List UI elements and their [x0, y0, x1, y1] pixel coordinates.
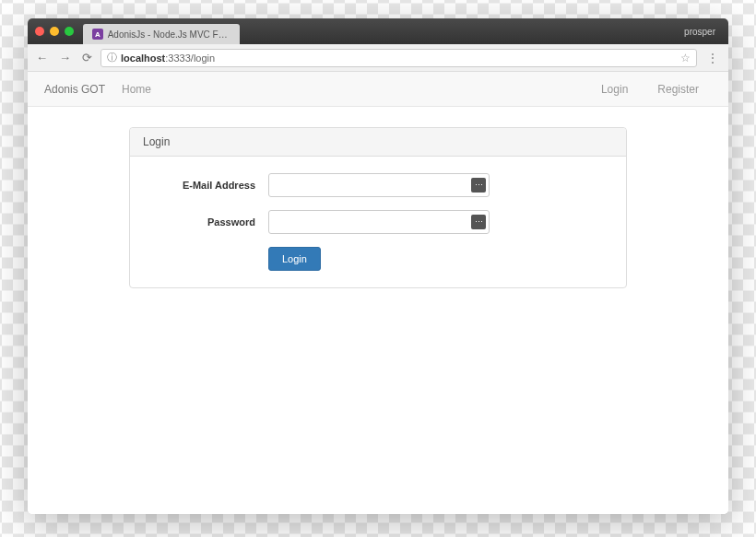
nav-right: Login Register: [601, 83, 712, 96]
password-label: Password: [148, 216, 268, 228]
email-row: E-Mail Address ⋯: [148, 173, 608, 197]
minimize-icon[interactable]: [50, 27, 59, 36]
back-icon[interactable]: ←: [33, 51, 51, 64]
app-navbar: Adonis GOT Home Login Register: [28, 72, 728, 107]
window-controls: [35, 27, 74, 36]
password-field[interactable]: [268, 210, 490, 234]
viewport: Adonis GOT Home Login Register Login E-M…: [28, 72, 728, 514]
email-label: E-Mail Address: [148, 180, 268, 191]
forward-icon[interactable]: →: [56, 51, 74, 64]
autofill-icon[interactable]: ⋯: [471, 215, 486, 229]
tab-bar: A AdonisJs - Node.Js MVC Fram prosper: [28, 18, 728, 44]
address-bar: ← → ⟳ ⓘ localhost:3333/login ☆ ⋮: [28, 44, 728, 72]
login-button[interactable]: Login: [268, 247, 321, 271]
user-badge[interactable]: prosper: [684, 27, 721, 37]
favicon-icon: A: [92, 29, 103, 40]
menu-icon[interactable]: ⋮: [703, 51, 723, 65]
url-text: localhost:3333/login: [121, 53, 215, 64]
submit-row: Login: [148, 247, 608, 271]
url-input[interactable]: ⓘ localhost:3333/login ☆: [100, 49, 697, 67]
password-input-wrap: ⋯: [268, 210, 490, 234]
browser-window: A AdonisJs - Node.Js MVC Fram prosper ← …: [28, 18, 728, 514]
browser-tab[interactable]: A AdonisJs - Node.Js MVC Fram: [83, 24, 240, 44]
info-icon: ⓘ: [107, 51, 117, 64]
nav-register[interactable]: Register: [657, 83, 699, 96]
tab-title: AdonisJs - Node.Js MVC Fram: [108, 29, 230, 40]
login-panel: Login E-Mail Address ⋯ Password ⋯: [129, 127, 627, 288]
reload-icon[interactable]: ⟳: [79, 51, 95, 64]
password-row: Password ⋯: [148, 210, 608, 234]
panel-title: Login: [130, 128, 626, 157]
nav-home[interactable]: Home: [122, 83, 151, 96]
autofill-icon[interactable]: ⋯: [471, 178, 486, 193]
email-field[interactable]: [268, 173, 490, 197]
email-input-wrap: ⋯: [268, 173, 490, 197]
maximize-icon[interactable]: [65, 27, 74, 36]
content: Login E-Mail Address ⋯ Password ⋯: [28, 107, 728, 309]
nav-login[interactable]: Login: [601, 83, 628, 96]
panel-body: E-Mail Address ⋯ Password ⋯: [130, 157, 626, 287]
bookmark-icon[interactable]: ☆: [680, 52, 691, 64]
close-icon[interactable]: [35, 27, 44, 36]
brand[interactable]: Adonis GOT: [44, 83, 105, 96]
